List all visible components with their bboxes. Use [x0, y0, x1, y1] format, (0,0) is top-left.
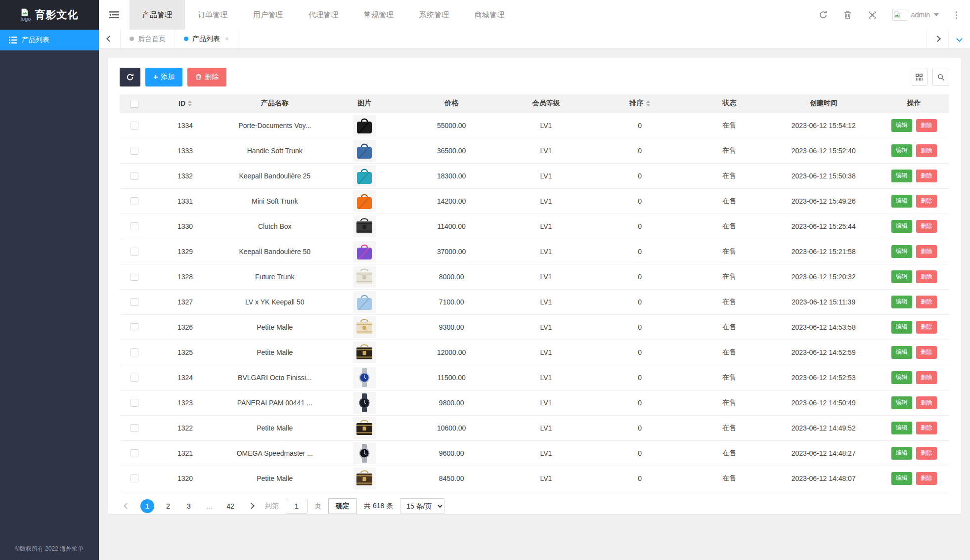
- page-number-1[interactable]: 1: [140, 499, 154, 513]
- edit-button[interactable]: 编辑: [891, 170, 912, 182]
- page-number-42[interactable]: 42: [223, 499, 237, 513]
- product-image[interactable]: [353, 442, 376, 464]
- edit-button[interactable]: 编辑: [891, 321, 912, 334]
- confirm-button[interactable]: 确定: [328, 498, 357, 514]
- product-image[interactable]: [353, 417, 376, 439]
- menu-collapse-icon[interactable]: [99, 0, 130, 30]
- row-checkbox[interactable]: [131, 323, 138, 331]
- edit-button[interactable]: 编辑: [891, 472, 912, 485]
- sidebar-item-product-list[interactable]: 产品列表: [0, 30, 99, 50]
- product-image[interactable]: [353, 266, 376, 288]
- refresh-icon[interactable]: [818, 10, 828, 20]
- delete-row-button[interactable]: 删除: [916, 296, 937, 308]
- search-icon[interactable]: [932, 69, 949, 86]
- delete-row-button[interactable]: 删除: [916, 346, 937, 359]
- next-page-icon[interactable]: [244, 499, 258, 513]
- delete-row-button[interactable]: 删除: [916, 119, 937, 132]
- edit-button[interactable]: 编辑: [891, 422, 912, 434]
- edit-button[interactable]: 编辑: [891, 119, 912, 132]
- nav-item-商城管理[interactable]: 商城管理: [462, 0, 517, 30]
- product-image[interactable]: [353, 392, 376, 414]
- refresh-button[interactable]: [120, 68, 140, 86]
- product-image[interactable]: [353, 367, 376, 388]
- edit-button[interactable]: 编辑: [891, 245, 912, 258]
- delete-row-button[interactable]: 删除: [916, 422, 937, 434]
- more-options-icon[interactable]: [954, 11, 959, 19]
- edit-button[interactable]: 编辑: [891, 396, 912, 409]
- delete-row-button[interactable]: 删除: [916, 371, 937, 384]
- product-image[interactable]: [353, 468, 376, 489]
- delete-row-button[interactable]: 删除: [916, 472, 937, 485]
- product-image[interactable]: [353, 215, 376, 237]
- row-checkbox[interactable]: [131, 348, 138, 356]
- edit-button[interactable]: 编辑: [891, 296, 912, 308]
- product-image[interactable]: [353, 241, 376, 262]
- row-checkbox[interactable]: [131, 449, 138, 457]
- close-icon[interactable]: ×: [225, 35, 229, 43]
- product-image[interactable]: [353, 342, 376, 363]
- delete-row-button[interactable]: 删除: [916, 270, 937, 283]
- product-image[interactable]: [353, 115, 376, 136]
- tabs-menu-icon[interactable]: [948, 30, 970, 48]
- row-checkbox[interactable]: [131, 147, 138, 155]
- nav-item-产品管理[interactable]: 产品管理: [130, 0, 185, 30]
- columns-filter-icon[interactable]: [911, 69, 927, 86]
- nav-item-代理管理[interactable]: 代理管理: [296, 0, 351, 30]
- row-checkbox[interactable]: [131, 374, 138, 382]
- product-image[interactable]: [353, 165, 376, 187]
- select-all-checkbox[interactable]: [131, 100, 138, 108]
- delete-row-button[interactable]: 删除: [916, 245, 937, 258]
- sort-icon[interactable]: [646, 100, 650, 106]
- row-checkbox[interactable]: [131, 399, 138, 407]
- cell-level: LV1: [503, 138, 589, 163]
- row-checkbox[interactable]: [131, 172, 138, 180]
- product-image[interactable]: [353, 140, 376, 162]
- delete-row-button[interactable]: 删除: [916, 396, 937, 409]
- edit-button[interactable]: 编辑: [891, 346, 912, 359]
- page-size-select[interactable]: 15 条/页: [400, 498, 444, 514]
- product-image[interactable]: [353, 291, 376, 313]
- row-checkbox[interactable]: [131, 273, 138, 281]
- delete-row-button[interactable]: 删除: [916, 144, 937, 157]
- row-checkbox[interactable]: [131, 424, 138, 432]
- edit-button[interactable]: 编辑: [891, 220, 912, 233]
- prev-page-icon[interactable]: [120, 499, 133, 513]
- trash-icon[interactable]: [843, 10, 853, 20]
- fullscreen-icon[interactable]: [868, 10, 878, 20]
- nav-item-订单管理[interactable]: 订单管理: [185, 0, 240, 30]
- product-image[interactable]: [353, 190, 376, 212]
- goto-page-input[interactable]: [286, 499, 308, 514]
- edit-button[interactable]: 编辑: [891, 371, 912, 384]
- cell-name: Clutch Box: [221, 214, 329, 239]
- row-checkbox[interactable]: [131, 122, 138, 129]
- nav-item-系统管理[interactable]: 系统管理: [406, 0, 462, 30]
- add-button[interactable]: + 添加: [145, 68, 182, 86]
- row-checkbox[interactable]: [131, 197, 138, 205]
- tab-后台首页[interactable]: 后台首页: [121, 30, 175, 48]
- nav-item-常规管理[interactable]: 常规管理: [351, 0, 406, 30]
- delete-row-button[interactable]: 删除: [916, 220, 937, 233]
- tabs-scroll-right-icon[interactable]: [926, 30, 948, 48]
- page-number-3[interactable]: 3: [182, 499, 196, 513]
- delete-row-button[interactable]: 删除: [916, 321, 937, 334]
- product-image[interactable]: [353, 316, 376, 338]
- edit-button[interactable]: 编辑: [891, 144, 912, 157]
- row-checkbox[interactable]: [131, 248, 138, 256]
- delete-row-button[interactable]: 删除: [916, 170, 937, 182]
- user-menu[interactable]: admin: [892, 9, 939, 21]
- delete-row-button[interactable]: 删除: [916, 447, 937, 460]
- sort-icon[interactable]: [188, 100, 192, 106]
- row-checkbox[interactable]: [131, 298, 138, 306]
- nav-item-用户管理[interactable]: 用户管理: [240, 0, 296, 30]
- tabs-scroll-left-icon[interactable]: [99, 30, 121, 48]
- edit-button[interactable]: 编辑: [891, 270, 912, 283]
- edit-button[interactable]: 编辑: [891, 195, 912, 208]
- page-number-2[interactable]: 2: [161, 499, 175, 513]
- cell-status: 在售: [690, 440, 768, 466]
- delete-row-button[interactable]: 删除: [916, 195, 937, 208]
- edit-button[interactable]: 编辑: [891, 447, 912, 460]
- delete-button[interactable]: 删除: [187, 68, 226, 86]
- row-checkbox[interactable]: [131, 222, 138, 230]
- tab-产品列表[interactable]: 产品列表×: [175, 30, 238, 48]
- row-checkbox[interactable]: [131, 474, 138, 482]
